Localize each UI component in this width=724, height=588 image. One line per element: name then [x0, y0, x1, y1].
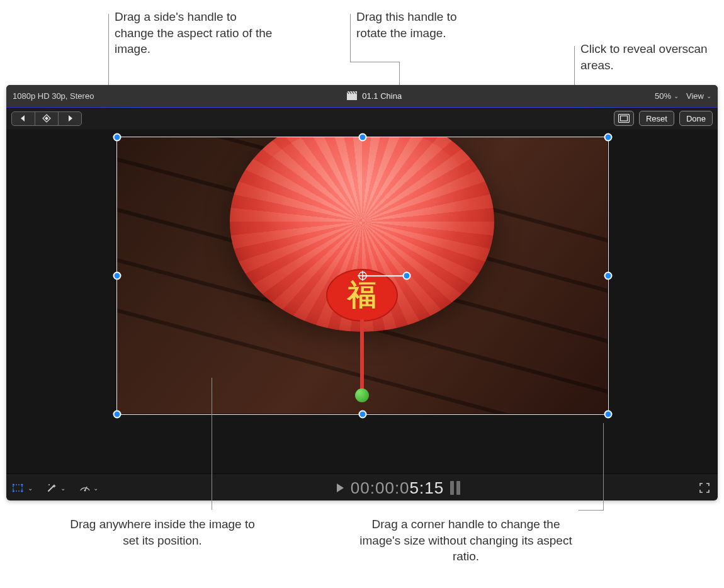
callout-line — [603, 423, 604, 510]
handle-rotate[interactable] — [403, 272, 411, 280]
zoom-label: 50% — [655, 91, 671, 101]
retime-tool-dropdown[interactable]: ⌄ — [79, 483, 98, 493]
done-button[interactable]: Done — [679, 111, 713, 126]
timecode-display[interactable]: 00:00:05:15 — [351, 478, 444, 498]
svg-point-10 — [13, 490, 14, 492]
timecode-bright: 5:15 — [410, 478, 444, 497]
reset-button[interactable]: Reset — [639, 111, 674, 126]
view-dropdown[interactable]: View ⌄ — [686, 91, 711, 101]
chevron-down-icon: ⌄ — [93, 485, 98, 492]
clip-name: 01.1 China — [362, 91, 402, 101]
callout-line — [350, 14, 351, 62]
anchor-point-icon[interactable] — [358, 271, 368, 281]
next-edit-button[interactable] — [59, 112, 81, 125]
fullscreen-button[interactable] — [698, 481, 711, 495]
view-label: View — [686, 91, 704, 101]
svg-rect-7 — [13, 485, 22, 491]
clapperboard-icon — [347, 91, 357, 100]
callout-line — [579, 510, 604, 511]
svg-point-9 — [21, 483, 23, 485]
callout-corner-handle: Drag a corner handle to change the image… — [353, 516, 579, 565]
handle-side-right[interactable] — [604, 272, 613, 280]
callout-text: Drag anywhere inside the image to set it… — [70, 517, 255, 547]
callout-rotate: Drag this handle to rotate the image. — [356, 9, 476, 41]
enhance-tool-dropdown[interactable]: ⌄ — [47, 483, 65, 493]
svg-point-8 — [13, 483, 14, 485]
callout-text: Drag a corner handle to change the image… — [359, 517, 572, 563]
callout-overscan: Click to reveal overscan areas. — [580, 41, 713, 73]
handle-side-top[interactable] — [359, 133, 367, 142]
svg-rect-3 — [620, 116, 627, 121]
overscan-button[interactable] — [614, 111, 634, 126]
svg-point-11 — [21, 490, 23, 492]
handle-corner-bottom-left[interactable] — [113, 410, 122, 419]
chevron-down-icon: ⌄ — [674, 93, 679, 99]
chevron-down-icon: ⌄ — [60, 485, 65, 492]
format-label: 1080p HD 30p, Stereo — [13, 91, 94, 101]
svg-rect-0 — [347, 94, 357, 100]
chevron-down-icon: ⌄ — [28, 485, 33, 492]
timecode-dim: 00:00:0 — [351, 478, 410, 497]
handle-corner-bottom-right[interactable] — [604, 410, 613, 419]
handle-side-left[interactable] — [113, 272, 122, 280]
reset-label: Reset — [646, 114, 667, 123]
viewer-canvas[interactable]: 福 — [6, 129, 718, 473]
callout-line — [212, 378, 212, 510]
callout-side-handle: Drag a side's handle to change the aspec… — [115, 9, 278, 57]
handle-side-bottom[interactable] — [359, 410, 367, 419]
handle-corner-top-right[interactable] — [604, 133, 613, 142]
transport-controls: 00:00:05:15 — [98, 478, 698, 498]
prev-edit-button[interactable] — [12, 112, 35, 125]
svg-point-12 — [48, 484, 50, 485]
handle-corner-top-left[interactable] — [113, 133, 122, 142]
callout-position: Drag anywhere inside the image to set it… — [68, 516, 257, 548]
callout-text: Click to reveal overscan areas. — [580, 42, 708, 72]
viewer-window: 1080p HD 30p, Stereo 01.1 China 50% ⌄ Vi… — [6, 85, 718, 500]
done-label: Done — [686, 114, 706, 123]
callout-text: Drag this handle to rotate the image. — [356, 10, 457, 40]
transform-tool-dropdown[interactable]: ⌄ — [13, 483, 33, 493]
onscreen-toolbar: Reset Done — [6, 108, 718, 129]
callout-text: Drag a side's handle to change the aspec… — [115, 10, 272, 55]
keyframe-button[interactable] — [35, 112, 59, 125]
callout-line — [350, 62, 400, 62]
viewer-footer: ⌄ ⌄ ⌄ — [6, 473, 718, 500]
viewer-header: 1080p HD 30p, Stereo 01.1 China 50% ⌄ Vi… — [6, 85, 718, 107]
play-button[interactable] — [336, 483, 344, 493]
audio-meter — [450, 481, 460, 495]
svg-point-14 — [84, 490, 86, 492]
chevron-down-icon: ⌄ — [706, 93, 711, 99]
zoom-dropdown[interactable]: 50% ⌄ — [655, 91, 679, 101]
edit-nav-group — [11, 111, 82, 126]
